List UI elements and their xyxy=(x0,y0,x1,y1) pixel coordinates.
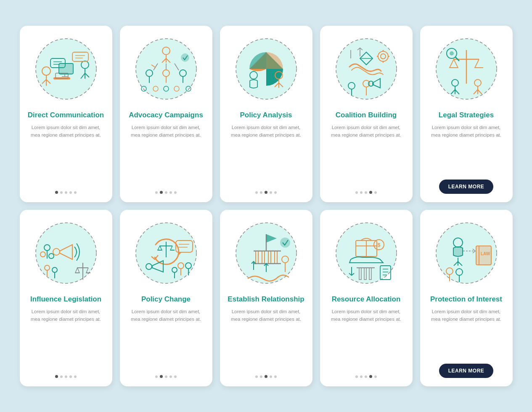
pagination-dot xyxy=(260,375,262,378)
pagination-dot xyxy=(360,191,363,194)
pagination-dot xyxy=(369,191,372,194)
card-protection-of-interest: LAW Protection of InterestLorem ipsum do… xyxy=(420,210,513,386)
body-establish-relationship: Lorem ipsum dolor sit dim amet, mea regi… xyxy=(227,308,306,369)
pagination-dot xyxy=(165,375,167,378)
pagination-dot xyxy=(360,375,363,378)
svg-text:LAW: LAW xyxy=(480,251,490,256)
pagination-dot xyxy=(55,191,58,194)
dots-advocacy-campaigns xyxy=(155,191,177,194)
pagination-dot xyxy=(369,375,372,378)
pagination-dot xyxy=(355,191,358,194)
card-legal-strategies: Legal StrategiesLorem ipsum dolor sit di… xyxy=(420,26,513,202)
illustration-establish-relationship xyxy=(230,217,302,289)
dots-coalition-building xyxy=(355,191,377,194)
dots-establish-relationship xyxy=(255,375,277,378)
svg-point-75 xyxy=(450,51,454,55)
pagination-dot xyxy=(265,375,267,378)
card-policy-change: Policy ChangeLorem ipsum dolor sit dim a… xyxy=(120,210,212,386)
pagination-dot xyxy=(274,375,277,378)
card-grid: Direct CommunicationLorem ipsum dolor si… xyxy=(20,26,513,386)
dots-direct-communication xyxy=(55,191,77,194)
pagination-dot xyxy=(265,191,267,194)
pagination-dot xyxy=(274,191,277,194)
title-protection-of-interest: Protection of Interest xyxy=(430,295,502,304)
svg-point-37 xyxy=(181,53,189,62)
title-advocacy-campaigns: Advocacy Campaigns xyxy=(129,111,203,120)
illustration-protection-of-interest: LAW xyxy=(431,217,502,289)
body-policy-change: Lorem ipsum dolor sit dim amet, mea regi… xyxy=(127,308,206,369)
card-influence-legislation: Influence LegislationLorem ipsum dolor s… xyxy=(20,210,112,386)
title-coalition-building: Coalition Building xyxy=(336,111,397,120)
pagination-dot xyxy=(60,191,63,194)
pagination-dot xyxy=(174,191,177,194)
pagination-dot xyxy=(69,375,72,378)
illustration-influence-legislation xyxy=(30,217,102,289)
pagination-dot xyxy=(60,375,63,378)
pagination-dot xyxy=(160,191,163,194)
svg-point-129 xyxy=(280,238,290,248)
learn-more-button-legal-strategies[interactable]: LEARN MORE xyxy=(439,180,494,194)
pagination-dot xyxy=(69,191,72,194)
pagination-dot xyxy=(365,191,367,194)
illustration-resource-allocation: $ xyxy=(331,217,402,289)
pagination-dot xyxy=(65,375,67,378)
pagination-dot xyxy=(169,375,172,378)
title-establish-relationship: Establish Relationship xyxy=(228,295,304,304)
pagination-dot xyxy=(270,375,272,378)
pagination-dot xyxy=(74,191,77,194)
svg-text:$: $ xyxy=(377,242,380,248)
card-advocacy-campaigns: Advocacy CampaignsLorem ipsum dolor sit … xyxy=(120,26,212,202)
title-policy-change: Policy Change xyxy=(141,295,191,304)
pagination-dot xyxy=(174,375,177,378)
pagination-dot xyxy=(74,375,77,378)
card-policy-analysis: Policy AnalysisLorem ipsum dolor sit dim… xyxy=(220,26,312,202)
pagination-dot xyxy=(55,375,58,378)
pagination-dot xyxy=(374,375,377,378)
svg-rect-18 xyxy=(59,63,73,74)
learn-more-button-protection-of-interest[interactable]: LEARN MORE xyxy=(439,364,494,378)
pagination-dot xyxy=(65,191,67,194)
illustration-coalition-building xyxy=(331,33,402,105)
body-direct-communication: Lorem ipsum dolor sit dim amet, mea regi… xyxy=(26,124,106,185)
illustration-legal-strategies xyxy=(431,33,502,105)
pagination-dot xyxy=(255,191,258,194)
pagination-dot xyxy=(255,375,258,378)
title-influence-legislation: Influence Legislation xyxy=(30,295,101,304)
dots-policy-change xyxy=(155,375,177,378)
dots-policy-analysis xyxy=(255,191,277,194)
pagination-dot xyxy=(355,375,358,378)
pagination-dot xyxy=(160,375,163,378)
body-legal-strategies: Lorem ipsum dolor sit dim amet, mea regi… xyxy=(427,124,506,174)
dots-resource-allocation xyxy=(355,375,377,378)
dots-influence-legislation xyxy=(55,375,77,378)
pagination-dot xyxy=(270,191,272,194)
pagination-dot xyxy=(260,191,262,194)
title-legal-strategies: Legal Strategies xyxy=(439,111,494,120)
body-resource-allocation: Lorem ipsum dolor sit dim amet, mea regi… xyxy=(327,308,406,369)
title-policy-analysis: Policy Analysis xyxy=(240,111,292,120)
pagination-dot xyxy=(374,191,377,194)
illustration-direct-communication xyxy=(30,33,102,105)
pagination-dot xyxy=(155,375,158,378)
body-influence-legislation: Lorem ipsum dolor sit dim amet, mea regi… xyxy=(26,308,106,369)
body-coalition-building: Lorem ipsum dolor sit dim amet, mea regi… xyxy=(327,124,406,185)
pagination-dot xyxy=(169,191,172,194)
card-coalition-building: Coalition BuildingLorem ipsum dolor sit … xyxy=(320,26,413,202)
title-direct-communication: Direct Communication xyxy=(28,111,104,120)
card-direct-communication: Direct CommunicationLorem ipsum dolor si… xyxy=(20,26,112,202)
illustration-policy-analysis xyxy=(230,33,302,105)
illustration-advocacy-campaigns xyxy=(130,33,202,105)
body-protection-of-interest: Lorem ipsum dolor sit dim amet, mea regi… xyxy=(427,308,506,358)
body-advocacy-campaigns: Lorem ipsum dolor sit dim amet, mea regi… xyxy=(127,124,206,185)
body-policy-analysis: Lorem ipsum dolor sit dim amet, mea regi… xyxy=(227,124,306,185)
card-resource-allocation: $ Resource AllocationLorem ipsum dolor s… xyxy=(320,210,413,386)
illustration-policy-change xyxy=(130,217,202,289)
pagination-dot xyxy=(165,191,167,194)
pagination-dot xyxy=(365,375,367,378)
card-establish-relationship: Establish RelationshipLorem ipsum dolor … xyxy=(220,210,312,386)
pagination-dot xyxy=(155,191,158,194)
title-resource-allocation: Resource Allocation xyxy=(332,295,401,304)
